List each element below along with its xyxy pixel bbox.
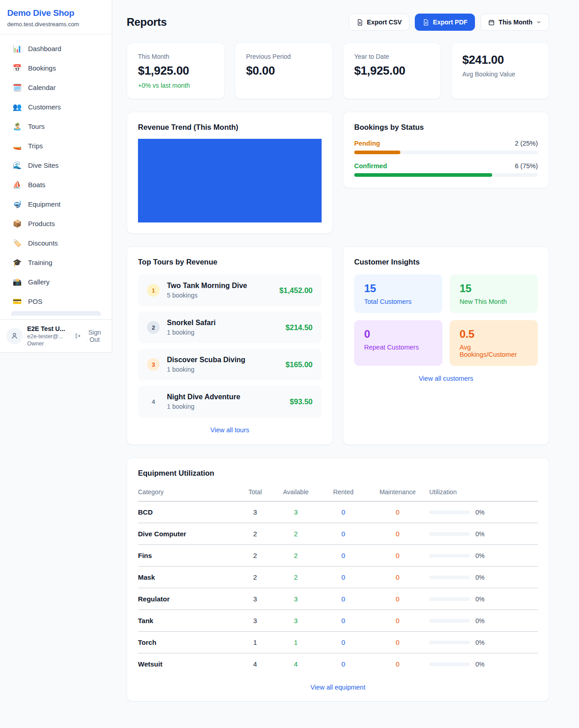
- credit-card-icon: 💳: [13, 297, 22, 306]
- insight-tile-avg-bookings: 0.5 Avg Bookings/Customer: [450, 320, 538, 366]
- sidebar-item-equipment[interactable]: 🤿 Equipment: [5, 194, 106, 214]
- sidebar-item-trips[interactable]: 🚤 Trips: [5, 136, 106, 156]
- equip-total: 3: [239, 610, 271, 632]
- logout-icon: [75, 332, 81, 340]
- charts-row: Revenue Trend (This Month) Bookings by S…: [127, 112, 549, 234]
- sidebar-item-label: Dive Sites: [28, 161, 59, 169]
- sailboat-icon: ⛵: [13, 180, 22, 189]
- utilization-pct: 0%: [475, 574, 484, 581]
- insight-grid: 15 Total Customers 15 New This Month 0 R…: [354, 274, 538, 366]
- sidebar-item-label: Discounts: [28, 239, 58, 247]
- file-download-icon: [422, 19, 429, 26]
- rank-badge: 4: [147, 395, 160, 408]
- utilization-pct: 0%: [475, 530, 484, 538]
- view-all-tours-link[interactable]: View all tours: [210, 426, 249, 434]
- stat-delta: +0% vs last month: [138, 82, 214, 89]
- mid-row: Top Tours by Revenue 1 Two Tank Morning …: [127, 246, 549, 445]
- equip-available: 4: [271, 653, 321, 675]
- equipment-table-header: Category Total Available Rented Maintena…: [138, 486, 538, 501]
- sidebar-item-tours[interactable]: 🏝️ Tours: [5, 117, 106, 136]
- equip-available: 3: [271, 588, 321, 610]
- sidebar-item-gallery[interactable]: 📸 Gallery: [5, 272, 106, 292]
- insight-label: Total Customers: [364, 298, 432, 305]
- tour-row: 2 Snorkel Safari 1 booking $214.50: [138, 312, 322, 343]
- equip-available: 3: [271, 501, 321, 523]
- equip-total: 1: [239, 632, 271, 653]
- spiral-calendar-icon: 🗓️: [13, 83, 22, 92]
- tour-bookings: 5 bookings: [167, 292, 247, 299]
- status-value: 6 (75%): [515, 162, 538, 170]
- equip-total: 3: [239, 588, 271, 610]
- equip-maintenance: 0: [366, 610, 429, 632]
- equip-rented: 0: [321, 545, 366, 567]
- utilization-cell: 0%: [429, 552, 538, 559]
- equip-category: BCD: [138, 501, 239, 523]
- tour-name: Night Dive Adventure: [167, 393, 240, 401]
- stat-value: $1,925.00: [354, 64, 430, 78]
- sidebar-item-training[interactable]: 🎓 Training: [5, 253, 106, 272]
- status-bar-track: [354, 173, 538, 177]
- sidebar-item-dive-sites[interactable]: 🌊 Dive Sites: [5, 156, 106, 175]
- stat-value: $1,925.00: [138, 64, 214, 78]
- equip-rented: 0: [321, 501, 366, 523]
- equip-total: 4: [239, 653, 271, 675]
- status-bar-track: [354, 151, 538, 154]
- customer-insights-card: Customer Insights 15 Total Customers 15 …: [343, 246, 549, 445]
- equip-category: Regulator: [138, 588, 239, 610]
- tour-name: Two Tank Morning Dive: [167, 282, 247, 290]
- revenue-trend-chart: [138, 139, 322, 222]
- calendar-icon: 📅: [13, 64, 22, 72]
- view-all-equipment-link[interactable]: View all equipment: [310, 684, 365, 691]
- sidebar: Demo Dive Shop demo.test.divestreams.com…: [0, 0, 112, 353]
- sidebar-item-dashboard[interactable]: 📊 Dashboard: [5, 39, 106, 58]
- equip-total: 2: [239, 523, 271, 545]
- equipment-row: Fins 2 2 0 0 0%: [138, 545, 538, 567]
- sign-out-button[interactable]: Sign Out: [75, 329, 105, 343]
- sidebar-item-products[interactable]: 📦 Products: [5, 214, 106, 233]
- sidebar-item-label: POS: [28, 298, 43, 305]
- tour-bookings: 1 booking: [167, 329, 216, 336]
- utilization-cell: 0%: [429, 574, 538, 581]
- sidebar-item-label: Bookings: [28, 64, 56, 72]
- equipment-row: Regulator 3 3 0 0 0%: [138, 588, 538, 610]
- bar-chart-icon: 📊: [13, 44, 22, 53]
- view-all-customers-link[interactable]: View all customers: [419, 375, 474, 382]
- main-content: Reports Export CSV Export PDF: [112, 0, 579, 719]
- avatar: [6, 328, 23, 344]
- user-panel: E2E Test U... e2e-tester@... Owner Sign …: [0, 319, 112, 352]
- period-dropdown[interactable]: This Month: [480, 14, 549, 31]
- rank-badge: 2: [147, 321, 160, 334]
- equip-available: 2: [271, 545, 321, 567]
- sidebar-item-bookings[interactable]: 📅 Bookings: [5, 58, 106, 78]
- sidebar-item-calendar[interactable]: 🗓️ Calendar: [5, 78, 106, 97]
- export-pdf-button[interactable]: Export PDF: [415, 14, 475, 31]
- graduation-cap-icon: 🎓: [13, 258, 22, 267]
- sidebar-item-partially-visible[interactable]: [11, 311, 101, 316]
- bookings-by-status-title: Bookings by Status: [354, 123, 538, 132]
- sidebar-item-discounts[interactable]: 🏷️ Discounts: [5, 233, 106, 253]
- equip-maintenance: 0: [366, 632, 429, 653]
- stat-card-this-month: This Month $1,925.00 +0% vs last month: [127, 43, 225, 99]
- col-available: Available: [271, 486, 321, 501]
- utilization-cell: 0%: [429, 617, 538, 624]
- sidebar-item-label: Training: [28, 259, 52, 266]
- sidebar-item-boats[interactable]: ⛵ Boats: [5, 175, 106, 194]
- stat-value: $0.00: [246, 64, 322, 78]
- equip-total: 2: [239, 545, 271, 567]
- tour-name: Discover Scuba Diving: [167, 356, 245, 364]
- revenue-trend-card: Revenue Trend (This Month): [127, 112, 333, 234]
- export-csv-button[interactable]: Export CSV: [349, 14, 409, 31]
- stat-label: Year to Date: [354, 53, 430, 60]
- stat-label: Avg Booking Value: [462, 71, 538, 78]
- sidebar-item-label: Boats: [28, 181, 45, 189]
- equipment-utilization-title: Equipment Utilization: [138, 469, 538, 477]
- sidebar-item-pos[interactable]: 💳 POS: [5, 292, 106, 311]
- equip-available: 1: [271, 632, 321, 653]
- insight-value: 15: [460, 282, 528, 295]
- insight-tile-repeat-customers: 0 Repeat Customers: [354, 320, 442, 366]
- tour-bookings: 1 booking: [167, 403, 240, 410]
- equip-total: 3: [239, 501, 271, 523]
- page-title: Reports: [127, 16, 167, 28]
- sidebar-item-customers[interactable]: 👥 Customers: [5, 97, 106, 117]
- status-bar-fill: [354, 151, 400, 154]
